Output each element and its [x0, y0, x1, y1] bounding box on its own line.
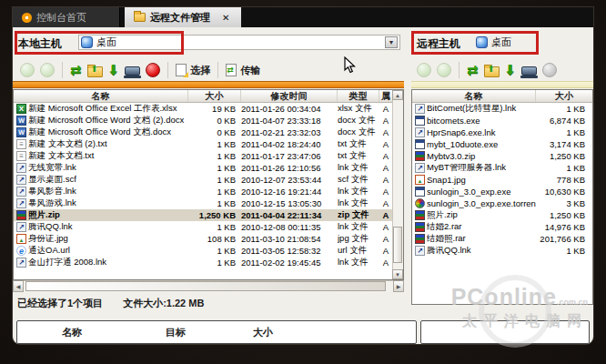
back-button-disabled	[417, 63, 431, 77]
selection-status: 已经选择了1个项目	[17, 297, 103, 310]
file-size: 108 KB	[188, 234, 241, 244]
folder-up-icon[interactable]	[87, 66, 103, 77]
file-row[interactable]: 金山打字通 2008.lnk 1 KB 2011-02-02 19:45:45 …	[14, 257, 392, 268]
file-mtime: 2011-02-21 23:32:03	[241, 127, 338, 137]
scrollbar-thumb[interactable]	[25, 281, 386, 291]
download-arrow-icon[interactable]: ⬇	[108, 63, 120, 77]
file-row[interactable]: 腾讯QQ.lnk 1 KB	[412, 245, 592, 257]
file-row[interactable]: bitcomets.exe 6,874 KB	[412, 115, 592, 126]
folder-up-icon[interactable]	[484, 66, 500, 77]
file-row[interactable]: MyBT管理服务器.lnk 1 KB	[412, 162, 592, 174]
file-icon	[16, 222, 26, 232]
transfer-queue-remote	[420, 320, 590, 344]
file-row[interactable]: 结婚照.rar 201,766 KB	[412, 233, 592, 245]
refresh-icon[interactable]: ⇄	[467, 63, 479, 77]
remote-file-rows: BitComet(比特彗星).lnk 1 KB bitcomets.exe 6,…	[412, 103, 592, 304]
column-header-size[interactable]: 大小	[536, 90, 592, 102]
file-type: docx 文件	[338, 126, 379, 138]
file-size: 1,250 KB	[536, 151, 592, 161]
column-header-size[interactable]: 大小	[188, 90, 241, 102]
file-name: 金山打字通 2008.lnk	[28, 257, 188, 268]
file-name: 新建 Microsoft Office Word 文档.docx	[28, 126, 188, 138]
column-header-attr[interactable]: 属	[379, 90, 392, 102]
file-row[interactable]: 新建 文本文档.txt 1 KB 2011-01-17 23:47:06 txt…	[14, 150, 392, 162]
file-row[interactable]: 新建 Microsoft Office Word 文档 (2).docx 0 K…	[14, 115, 392, 126]
file-name: 新建 文本文档 (2).txt	[28, 138, 188, 150]
file-row[interactable]: sunlogin_3.0_exp.exe 10,630 KB	[412, 186, 592, 197]
file-icon	[16, 246, 26, 256]
file-row[interactable]: 暴风游戏.lnk 1 KB 2010-12-15 13:05:30 lnk 文件…	[14, 197, 392, 209]
file-attr: A	[379, 234, 392, 244]
back-button-disabled	[20, 63, 35, 77]
select-button[interactable]: 选择	[176, 64, 210, 77]
column-header-mtime[interactable]: 修改时间	[241, 90, 338, 102]
tab-close-icon[interactable]: ✕	[222, 13, 229, 23]
download-arrow-icon[interactable]: ⬇	[505, 63, 517, 77]
desktop-icon	[81, 36, 93, 48]
file-icon	[415, 151, 425, 161]
remote-file-list: 名称 大小 BitComet(比特彗星).lnk 1 KB bitcomets.…	[411, 89, 593, 305]
folder-icon	[134, 13, 146, 22]
file-type: xlsx 文件	[338, 103, 379, 115]
file-icon	[415, 187, 425, 197]
file-row[interactable]: BitComet(比特彗星).lnk 1 KB	[412, 103, 592, 115]
chevron-down-icon[interactable]: ▼	[385, 36, 398, 48]
stop-icon[interactable]	[146, 63, 160, 77]
file-row[interactable]: HprSnap6.exe.lnk 1 KB	[412, 126, 592, 138]
file-mtime: 2010-12-15 13:05:30	[241, 198, 338, 208]
file-attr: A	[379, 258, 392, 268]
file-icon	[415, 246, 425, 256]
file-row[interactable]: Mybtv3.0.zip 1,250 KB	[412, 150, 592, 162]
file-row[interactable]: 新建 Microsoft Office Word 文档.docx 0 KB 20…	[14, 126, 392, 138]
file-row[interactable]: 暴风影音.lnk 1 KB 2010-12-16 19:21:44 lnk 文件…	[14, 186, 392, 197]
file-size: 1 KB	[188, 175, 241, 185]
file-name: BitComet(比特彗星).lnk	[427, 103, 536, 115]
file-row[interactable]: sunlogin_3.0_exp.exe.torrent 3 KB	[412, 197, 592, 209]
queue-column-name[interactable]: 名称	[35, 326, 108, 339]
file-row[interactable]: 新建 文本文档 (2).txt 1 KB 2011-04-02 18:24:40…	[14, 138, 392, 150]
scroll-right-icon[interactable]: ▶	[393, 280, 404, 292]
file-row[interactable]: 显示桌面.scf 1 KB 2010-12-07 23:53:44 scf 文件…	[14, 174, 392, 186]
tab-remote-file-manager[interactable]: 远程文件管理 ✕	[125, 7, 241, 27]
local-location-combobox[interactable]: 桌面 ▼	[78, 35, 400, 50]
file-row[interactable]: 通达OA.url 1 KB 2011-03-05 12:58:32 url 文件…	[14, 245, 392, 257]
remote-location-combobox[interactable]: 桌面	[473, 35, 533, 50]
refresh-icon[interactable]: ⇄	[70, 63, 82, 77]
file-size: 778 KB	[536, 175, 592, 185]
file-icon	[16, 210, 26, 220]
column-header-type[interactable]: 类型	[338, 90, 379, 102]
file-row[interactable]: 新建 Microsoft Office Excel 工作表.xlsx 19 KB…	[14, 103, 392, 115]
file-mtime: 2011-04-04 22:11:34	[241, 210, 338, 220]
file-row[interactable]: 照片.zip 1,250 KB 2011-04-04 22:11:34 zip …	[14, 209, 392, 221]
queue-column-size[interactable]: 大小	[227, 326, 299, 339]
file-row[interactable]: 结婚2.rar 14,976 KB	[412, 221, 592, 233]
tab-console-home[interactable]: 控制台首页	[13, 7, 120, 27]
transfer-button[interactable]: 传输	[226, 64, 260, 77]
scrollbar-thumb[interactable]	[393, 227, 402, 263]
file-attr: A	[379, 163, 392, 173]
console-icon	[22, 13, 32, 23]
file-size: 1 KB	[536, 104, 592, 114]
computer-icon[interactable]	[521, 66, 537, 76]
file-mtime: 2010-12-07 23:53:44	[241, 175, 338, 185]
scroll-down-icon[interactable]: ▼	[392, 269, 403, 279]
file-size: 1 KB	[536, 246, 592, 256]
file-mtime: 2011-04-02 18:24:40	[241, 139, 338, 149]
file-row[interactable]: mybt_10duote.exe 3,174 KB	[412, 138, 592, 150]
file-row[interactable]: Snap1.jpg 778 KB	[412, 174, 592, 186]
file-name: 新建 Microsoft Office Excel 工作表.xlsx	[28, 103, 188, 115]
computer-icon[interactable]	[125, 66, 140, 76]
file-row[interactable]: 腾讯QQ.lnk 1 KB 2010-12-08 00:11:35 lnk 文件…	[14, 221, 392, 233]
queue-column-target[interactable]: 目标	[139, 326, 212, 339]
file-name: 暴风影音.lnk	[28, 186, 188, 197]
file-icon	[415, 139, 425, 149]
file-row[interactable]: 身份证.jpg 108 KB 2011-03-10 21:08:54 jpg 文…	[14, 233, 392, 245]
scroll-left-icon[interactable]: ◀	[13, 280, 24, 292]
file-row[interactable]: 照片.zip 1,250 KB	[412, 209, 592, 221]
column-header-name[interactable]: 名称	[412, 90, 536, 102]
file-row[interactable]: 无线宽带.lnk 1 KB 2011-01-26 12:10:56 lnk 文件…	[14, 162, 392, 174]
scroll-up-icon[interactable]: ▲	[392, 90, 403, 100]
file-icon	[16, 234, 26, 244]
column-header-name[interactable]: 名称	[14, 90, 188, 102]
file-icon	[16, 175, 26, 185]
